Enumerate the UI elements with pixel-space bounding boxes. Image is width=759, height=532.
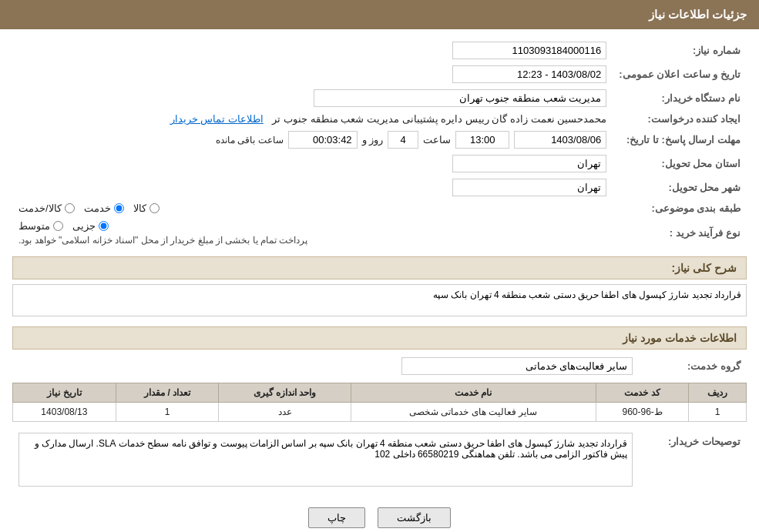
value-tarikh-elan [12,62,613,86]
label-shomare-niaz: شماره نیاز: [613,38,747,62]
row-mohlat-ersal: مهلت ارسال پاسخ: تا تاریخ: ساعت باقی مان… [12,128,747,152]
radio-kala-khadamat: کالا/خدمت [18,202,75,214]
cell-tarikhNiaz: 1403/08/13 [13,403,116,422]
value-grohe-khadamat [12,354,639,378]
row-tarikh-elan: تاریخ و ساعت اعلان عمومی: [12,62,747,86]
row-tabaqe-bandi: طبقه بندی موضوعی: کالا/خدمت خدمت کالا [12,199,747,217]
tosifat-table: توصیحات خریدار: [12,430,747,492]
section-khadamat: اطلاعات خدمات مورد نیاز [12,326,747,350]
radio-khadamat-input[interactable] [114,203,124,213]
row-ostan: استان محل تحویل: [12,152,747,176]
grohe-khadamat-table: گروه خدمت: [12,354,747,378]
row-ijad-konande: ایجاد کننده درخواست: محمدحسین نعمت زاده … [12,110,747,128]
back-button[interactable]: بازگشت [378,507,451,528]
radio-kala-khadamat-input[interactable] [65,203,75,213]
info-table: شماره نیاز: تاریخ و ساعت اعلان عمومی: نا… [12,38,747,249]
radio-jozi-input[interactable] [99,221,109,231]
input-shahr[interactable] [452,179,606,196]
row-grohe-khadamat: گروه خدمت: [12,354,747,378]
label-nam-dastgah: نام دستگاه خریدار: [613,86,747,110]
noe-faraind-detail: پرداخت تمام یا بخشی از مبلغ خریدار از مح… [18,235,307,246]
label-kala-khadamat: کالا/خدمت [18,202,62,214]
label-kala: کالا [133,202,146,214]
label-mohlat-ersal: مهلت ارسال پاسخ: تا تاریخ: [613,128,747,152]
radio-kala-input[interactable] [149,203,160,213]
page-title: جزئیات اطلاعات نیاز [649,8,747,21]
section-khadamat-title: اطلاعات خدمات مورد نیاز [623,332,737,344]
col-radif: ردیف [689,383,747,403]
col-nam-khadamat: نام خدمت [351,383,596,403]
label-tabaqe-bandi: طبقه بندی موضوعی: [613,199,747,217]
value-noe-faraind: متوسط جزیی پرداخت تمام یا بخشی از مبلغ خ… [12,217,613,249]
label-grohe-khadamat: گروه خدمت: [639,354,747,378]
value-ijad-konande: محمدحسین نعمت زاده گان رییس دایره پشتیبا… [12,110,613,128]
cell-vahedAndazegiri: عدد [219,403,351,422]
label-ijad-konande: ایجاد کننده درخواست: [613,110,747,128]
row-shahr: شهر محل تحویل: [12,176,747,199]
label-tarikh-elan: تاریخ و ساعت اعلان عمومی: [613,62,747,86]
col-kod-khadamat: کد خدمت [596,383,688,403]
radio-motevaset: متوسط [18,220,63,232]
row-tosifat: توصیحات خریدار: [12,430,747,492]
textarea-sharh-kolli[interactable] [12,284,747,316]
value-nam-dastgah [12,86,613,110]
input-grohe-khadamat[interactable] [401,357,633,375]
radio-jozi: جزیی [72,220,109,232]
sharh-kolli-box [12,284,747,319]
label-khadamat: خدمت [84,202,111,214]
row-nam-dastgah: نام دستگاه خریدار: [12,86,747,110]
radio-khadamat: خدمت [84,202,124,214]
section-sharh-kolli: شرح کلی نیاز: [12,256,747,279]
input-tarikh-elan[interactable] [452,65,606,83]
label-shahr: شهر محل تحویل: [613,176,747,199]
services-table: ردیف کد خدمت نام خدمت واحد اندازه گیری ت… [12,383,747,422]
input-tarikh[interactable] [514,131,606,149]
cell-kodKhadamat: ط-96-960 [596,403,688,422]
page-header: جزئیات اطلاعات نیاز [0,0,759,29]
value-shomare-niaz [12,38,613,62]
saat-baghi-mande-label: ساعت باقی مانده [216,135,284,146]
input-rooz[interactable] [388,131,418,149]
section-sharh-kolli-title: شرح کلی نیاز: [672,262,737,274]
label-ostan: استان محل تحویل: [613,152,747,176]
radio-kala: کالا [133,202,160,214]
input-saat[interactable] [455,131,509,149]
col-tarikh-niaz: تاریخ نیاز [13,383,116,403]
label-noe-faraind: نوع فرآیند خرید : [613,217,747,249]
services-table-header: ردیف کد خدمت نام خدمت واحد اندازه گیری ت… [13,383,747,403]
input-nam-dastgah[interactable] [314,89,606,107]
value-ostan [12,152,613,176]
value-mohlat-ersal: ساعت باقی مانده روز و ساعت [12,128,613,152]
buttons-row: بازگشت چاپ [12,500,747,532]
link-ettilaat-tamas[interactable]: اطلاعات تماس خریدار [170,113,264,125]
cell-namKhadamat: سایر فعالیت های خدماتی شخصی [351,403,596,422]
ijad-konande-name: محمدحسین نعمت زاده گان رییس دایره پشتیبا… [272,113,606,125]
page-wrapper: جزئیات اطلاعات نیاز شماره نیاز: تاریخ و … [0,0,759,532]
row-noe-faraind: نوع فرآیند خرید : متوسط جزیی [12,217,747,249]
label-jozi: جزیی [72,220,96,232]
col-tedad: تعداد / مقدار [116,383,219,403]
input-shomare-niaz[interactable] [452,42,606,59]
noe-faraind-radios: متوسط جزیی [18,220,109,232]
row-shomare-niaz: شماره نیاز: [12,38,747,62]
label-motevaset: متوسط [18,220,50,232]
rooz-label: روز و [362,134,384,146]
col-vahed: واحد اندازه گیری [219,383,351,403]
value-shahr [12,176,613,199]
cell-radif: 1 [689,403,747,422]
tabaqe-bandi-radios: کالا/خدمت خدمت کالا [18,202,606,214]
value-tabaqe-bandi: کالا/خدمت خدمت کالا [12,199,613,217]
table-row: 1ط-96-960سایر فعالیت های خدماتی شخصیعدد1… [13,403,747,422]
radio-motevaset-input[interactable] [53,221,63,231]
main-content: شماره نیاز: تاریخ و ساعت اعلان عمومی: نا… [0,29,759,532]
print-button[interactable]: چاپ [308,507,365,528]
cell-tedadMegdar: 1 [116,403,219,422]
label-tosifat: توصیحات خریدار: [639,430,747,492]
value-tosifat [12,430,639,492]
saat-label: ساعت [423,134,451,146]
input-saat-baghi-mande[interactable] [288,131,358,149]
textarea-tosifat[interactable] [18,433,633,487]
input-ostan[interactable] [452,155,606,172]
